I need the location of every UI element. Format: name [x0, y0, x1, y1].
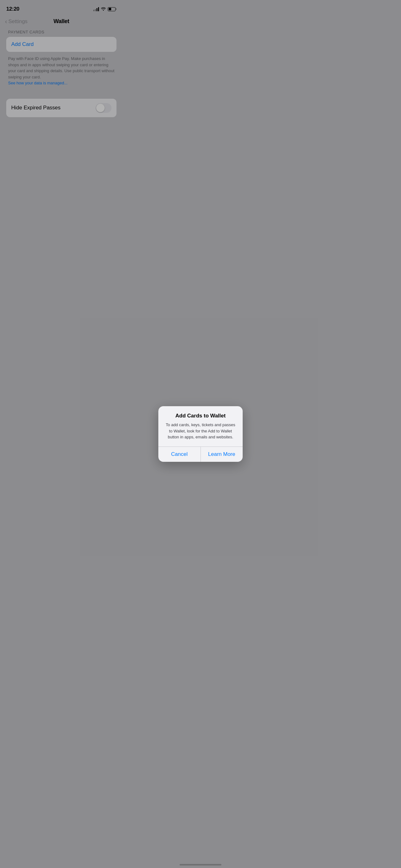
modal-overlay: Add Cards to Wallet To add cards, keys, …: [0, 0, 123, 266]
